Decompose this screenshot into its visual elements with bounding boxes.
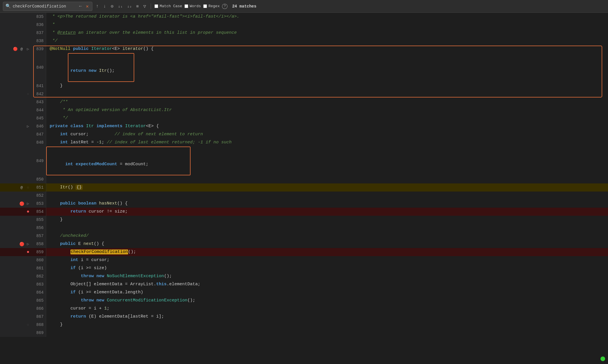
line-content: if (i >= elementData.length) (46, 288, 608, 297)
fold-icon[interactable]: ▷ (25, 124, 31, 129)
table-row: ● 854 return cursor != size; (0, 208, 608, 216)
table-row: ▷ 846 private class Itr implements Itera… (0, 122, 608, 130)
line-number: 846 (32, 124, 45, 129)
line-number: 866 (32, 306, 45, 311)
table-row: 865 throw new ConcurrentModificationExce… (0, 297, 608, 305)
line-number: 865 (32, 298, 45, 303)
debug-icon: 🔴 (19, 242, 24, 247)
line-content (46, 192, 608, 200)
line-gutter: 844 (0, 106, 46, 114)
line-content: } (46, 216, 608, 224)
line-gutter: 845 (0, 114, 46, 122)
regex-label[interactable]: Regex (208, 4, 220, 8)
table-row: 864 if (i >= elementData.length) (0, 288, 608, 297)
line-content: checkForComodification(); (46, 248, 608, 256)
close-icon[interactable]: ✕ (85, 3, 90, 10)
code-editor: 835 * <p>The returned iterator is <a hre… (0, 13, 608, 364)
table-row: 849 int expectedModCount = modCount; (0, 147, 608, 175)
table-row: 850 (0, 175, 608, 183)
line-number: 844 (32, 108, 45, 112)
line-content: return cursor != size; (46, 208, 608, 216)
line-number: 847 (32, 132, 45, 137)
find-all-icon[interactable]: ⊙ (109, 3, 115, 10)
search-box[interactable]: 🔍 ← ✕ (3, 2, 92, 11)
line-content: throw new ConcurrentModificationExceptio… (46, 297, 608, 305)
line-gutter: 843 (0, 98, 46, 106)
line-content: int expectedModCount = modCount; (46, 147, 608, 175)
line-gutter: @ ○ 851 (0, 183, 46, 192)
line-gutter: 855 (0, 216, 46, 224)
table-row: 845 */ (0, 114, 608, 122)
line-content: * @return an iterator over the elements … (46, 29, 608, 37)
line-number: 835 (32, 14, 45, 19)
line-gutter: 867 (0, 313, 46, 321)
line-number: 837 (32, 31, 45, 35)
line-gutter: ○ 868 (0, 321, 46, 329)
search-input[interactable] (13, 4, 76, 9)
line-number: 854 (32, 209, 45, 214)
line-number: 859 (32, 250, 45, 254)
filter-icon4[interactable]: ▽ (142, 3, 147, 10)
line-gutter: 🔴 ▷ 853 (0, 200, 46, 208)
help-icon[interactable]: ? (222, 4, 227, 9)
nav-prev-icon[interactable]: ← (78, 3, 83, 10)
line-content: Itr() {} (46, 183, 608, 192)
line-gutter: 841 (0, 82, 46, 90)
table-row: 867 return (E) elementData[lastRet = i]; (0, 313, 608, 321)
words-label[interactable]: Words (190, 4, 201, 8)
line-content: */ (46, 114, 608, 122)
line-gutter: ○ 842 (0, 90, 46, 98)
line-number: 851 (32, 185, 45, 190)
table-row: 862 throw new NoSuchElementException(); (0, 272, 608, 280)
match-case-label[interactable]: Match Case (160, 4, 182, 8)
line-content: return new Itr(); (46, 53, 608, 82)
toolbar-separator (151, 3, 151, 9)
table-row: ○ 842 (0, 90, 608, 98)
line-gutter: 840 (0, 53, 46, 82)
table-row: 857 /unchecked/ (0, 232, 608, 240)
words-group: Words (184, 4, 201, 8)
fold-icon[interactable]: ▷ (25, 201, 31, 206)
fold-icon[interactable]: ▷ (25, 47, 31, 51)
outer-box-section: 🔴 @ ▷ 839 @NotNull public Iterator<E> it… (0, 45, 608, 98)
table-row: 🔴 ▷ 858 public E next() { (0, 240, 608, 248)
line-content: * <p>The returned iterator is <a href="#… (46, 13, 608, 21)
regex-checkbox[interactable] (203, 4, 207, 8)
filter-icon2[interactable]: ⇣₂ (126, 3, 133, 9)
debug-icon: 🔴 (13, 47, 18, 51)
table-row: ● 859 checkForComodification(); (0, 248, 608, 256)
fold-icon[interactable]: ○ (25, 92, 31, 96)
nav-up-icon[interactable]: ↑ (95, 3, 100, 10)
at-icon: @ (19, 185, 24, 190)
line-number: 848 (32, 140, 45, 145)
filter-icon3[interactable]: ⊞ (135, 3, 140, 9)
line-gutter: 857 (0, 232, 46, 240)
filter-icon1[interactable]: ⇣₁ (117, 3, 124, 9)
line-gutter: 🔴 ▷ 858 (0, 240, 46, 248)
table-row: 848 int lastRet = -1; // index of last e… (0, 138, 608, 147)
line-content (46, 175, 608, 183)
match-count: 24 matches (232, 4, 256, 9)
fold-icon[interactable]: ○ (25, 185, 31, 190)
line-gutter: 838 (0, 37, 46, 45)
status-indicator (600, 357, 605, 361)
line-gutter: 861 (0, 264, 46, 272)
line-content: public E next() { (46, 240, 608, 248)
table-row: 840 return new Itr(); (0, 53, 608, 82)
nav-down-icon[interactable]: ↓ (102, 3, 107, 10)
line-gutter: 860 (0, 256, 46, 264)
line-number: 840 (32, 65, 45, 70)
fold-icon[interactable]: ○ (25, 323, 31, 327)
line-number: 860 (32, 258, 45, 262)
words-checkbox[interactable] (184, 4, 188, 8)
search-toolbar: 🔍 ← ✕ ↑ ↓ ⊙ ⇣₁ ⇣₂ ⊞ ▽ Match Case Words R… (0, 0, 608, 13)
debug-icon: 🔴 (19, 201, 24, 206)
line-number: 838 (32, 39, 45, 43)
line-gutter: 837 (0, 29, 46, 37)
line-gutter: 869 (0, 329, 46, 337)
match-case-checkbox[interactable] (154, 4, 158, 8)
table-row: 861 if (i >= size) (0, 264, 608, 272)
breakpoint-icon: ● (25, 209, 31, 214)
fold-icon[interactable]: ▷ (25, 242, 31, 246)
regex-group: Regex (203, 4, 220, 8)
